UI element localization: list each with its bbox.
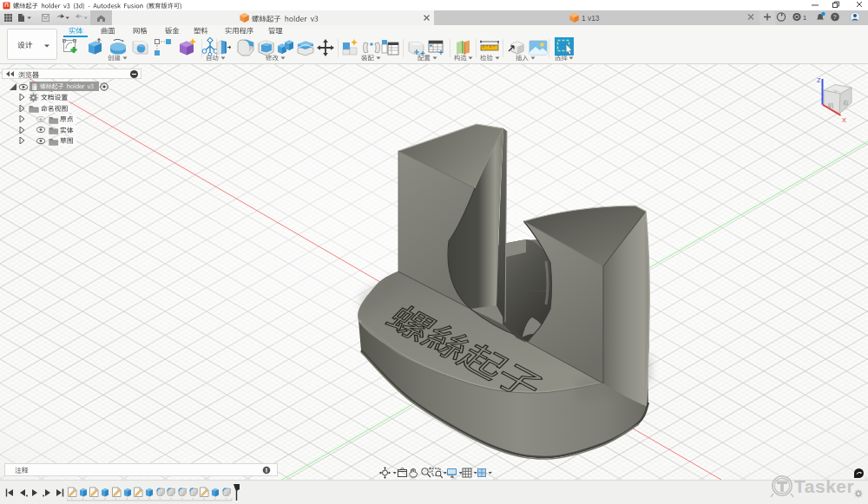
svg-text:X: X [842,116,846,124]
svg-text:Z: Z [817,76,821,84]
svg-text:?: ? [833,14,837,20]
svg-text:Tasker: Tasker [794,476,854,496]
svg-text:1: 1 [803,14,806,22]
